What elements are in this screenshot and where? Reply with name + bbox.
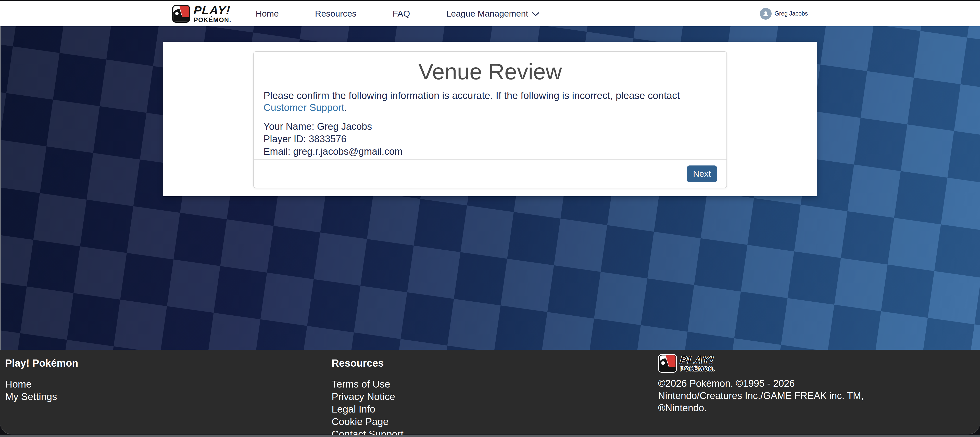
footer-wordmark-pokemon: POKÉMON. — [680, 366, 715, 372]
footer: Play! Pokémon Home My Settings Resources… — [0, 350, 980, 437]
user-menu[interactable]: Greg Jacobs — [760, 8, 808, 20]
nav-links: Home Resources FAQ League Management — [256, 9, 539, 19]
confirm-instructions: Please confirm the following information… — [264, 90, 717, 114]
nav-link-resources[interactable]: Resources — [315, 9, 356, 19]
card-actions: Next — [254, 160, 727, 188]
copyright-text: ©2026 Pokémon. ©1995 - 2026 Nintendo/Cre… — [658, 377, 864, 414]
player-name-line: Your Name: Greg Jacobs — [264, 120, 717, 133]
window-left-edge — [0, 26, 1, 350]
footer-play-pokemon-logo-icon — [658, 354, 677, 373]
footer-links-play-pokemon: Home My Settings — [5, 378, 78, 403]
play-pokemon-logo-icon — [172, 5, 190, 23]
content-panel: Venue Review Please confirm the followin… — [163, 42, 817, 196]
chevron-down-icon — [532, 11, 539, 17]
footer-column-legal: PLAY! POKÉMON. ©2026 Pokémon. ©1995 - 20… — [658, 350, 864, 414]
nav-link-faq-label: FAQ — [393, 9, 410, 19]
player-email-line: Email: greg.r.jacobs@gmail.com — [264, 145, 717, 158]
footer-column-play-pokemon: Play! Pokémon Home My Settings — [5, 350, 78, 403]
nav-link-home[interactable]: Home — [256, 9, 279, 19]
avatar — [760, 8, 772, 20]
footer-link-legal-info[interactable]: Legal Info — [332, 403, 404, 415]
footer-link-home[interactable]: Home — [5, 378, 78, 390]
window-bottom-strip — [0, 435, 980, 437]
footer-column-resources: Resources Terms of Use Privacy Notice Le… — [332, 350, 404, 437]
footer-link-my-settings[interactable]: My Settings — [5, 390, 78, 403]
footer-heading-resources: Resources — [332, 358, 404, 368]
nav-link-league-management-label: League Management — [446, 9, 528, 19]
footer-heading-play-pokemon: Play! Pokémon — [5, 358, 78, 368]
user-name: Greg Jacobs — [775, 10, 808, 17]
footer-play-pokemon-wordmark: PLAY! POKÉMON. — [680, 354, 715, 372]
copyright-line-1: ©2026 Pokémon. ©1995 - 2026 — [658, 377, 864, 389]
footer-link-privacy-notice[interactable]: Privacy Notice — [332, 390, 404, 403]
play-pokemon-wordmark: PLAY! POKÉMON. — [194, 4, 231, 23]
nav-link-league-management[interactable]: League Management — [446, 9, 539, 19]
window-top-strip — [0, 0, 980, 1]
footer-play-pokemon-logo: PLAY! POKÉMON. — [658, 354, 864, 373]
footer-link-terms-of-use[interactable]: Terms of Use — [332, 378, 404, 390]
nav-link-resources-label: Resources — [315, 9, 356, 19]
nav-link-home-label: Home — [256, 9, 279, 19]
copyright-line-2: Nintendo/Creatures Inc./GAME FREAK inc. … — [658, 389, 864, 402]
copyright-line-3: ®Nintendo. — [658, 402, 864, 414]
confirm-instructions-text: Please confirm the following information… — [264, 90, 680, 101]
wordmark-pokemon: POKÉMON. — [194, 17, 231, 23]
player-id-line: Player ID: 3833576 — [264, 133, 717, 145]
player-info: Your Name: Greg Jacobs Player ID: 383357… — [264, 120, 717, 158]
confirm-instructions-suffix: . — [344, 102, 347, 113]
footer-panel: Play! Pokémon Home My Settings Resources… — [0, 350, 980, 434]
wordmark-play: PLAY! — [193, 4, 232, 16]
customer-support-link[interactable]: Customer Support — [264, 102, 344, 113]
footer-links-resources: Terms of Use Privacy Notice Legal Info C… — [332, 378, 404, 437]
navbar-inner: PLAY! POKÉMON. Home Resources FAQ League… — [172, 1, 808, 26]
nav-link-faq[interactable]: FAQ — [393, 9, 410, 19]
footer-link-cookie-page[interactable]: Cookie Page — [332, 415, 404, 428]
page-title: Venue Review — [254, 59, 727, 84]
play-pokemon-logo[interactable]: PLAY! POKÉMON. — [172, 4, 231, 23]
navbar: PLAY! POKÉMON. Home Resources FAQ League… — [0, 1, 980, 26]
venue-review-card: Venue Review Please confirm the followin… — [253, 51, 727, 188]
page-background: Venue Review Please confirm the followin… — [0, 26, 980, 350]
next-button[interactable]: Next — [687, 165, 717, 182]
footer-wordmark-play: PLAY! — [680, 354, 716, 365]
